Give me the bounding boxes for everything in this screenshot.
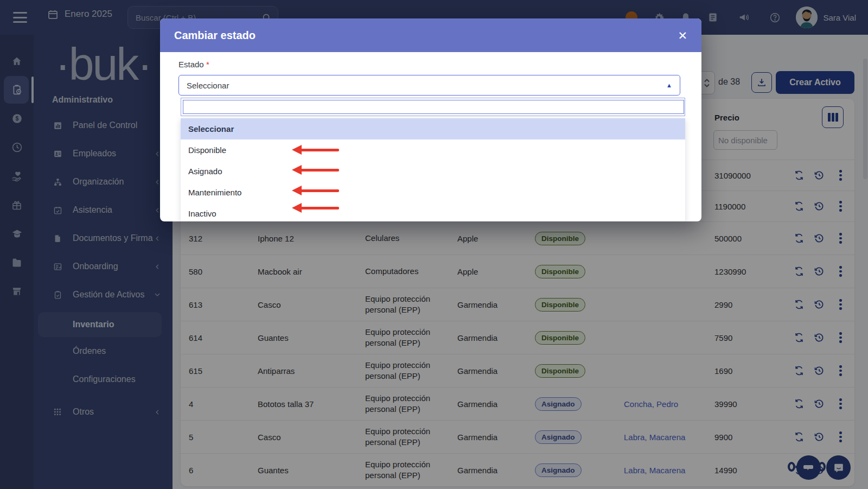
red-arrow-annotation-mantenimiento (292, 186, 340, 195)
required-asterisk: * (206, 60, 209, 69)
dropdown-options-list: SeleccionarDisponibleAsignadoMantenimien… (181, 118, 685, 221)
dropdown-search-input[interactable] (183, 100, 684, 114)
modal-title: Cambiar estado (174, 29, 678, 42)
dropdown-option-inactivo[interactable]: Inactivo (181, 203, 685, 221)
dropdown-option-asignado[interactable]: Asignado (181, 161, 685, 182)
estado-select-value: Seleccionar (187, 81, 229, 90)
app-window: Enero 2025 Buscar (Ctrl + B) (0, 0, 868, 489)
red-arrow-annotation-inactivo (292, 203, 340, 213)
estado-field-label: Estado * (178, 60, 209, 69)
close-icon[interactable]: ✕ (678, 30, 687, 41)
dropdown-option-disponible[interactable]: Disponible (181, 139, 685, 161)
estado-select[interactable]: Seleccionar ▲ (178, 75, 680, 96)
modal-header: Cambiar estado ✕ (160, 18, 701, 52)
chevron-up-icon: ▲ (666, 82, 672, 88)
dropdown-search-wrapper (181, 98, 685, 116)
change-status-modal: Cambiar estado ✕ Estado * Seleccionar ▲ … (160, 18, 701, 221)
red-arrow-annotation-asignado (292, 165, 340, 175)
dropdown-option-seleccionar[interactable]: Seleccionar (181, 118, 685, 139)
dropdown-option-mantenimiento[interactable]: Mantenimiento (181, 182, 685, 203)
red-arrow-annotation-disponible (292, 145, 340, 155)
